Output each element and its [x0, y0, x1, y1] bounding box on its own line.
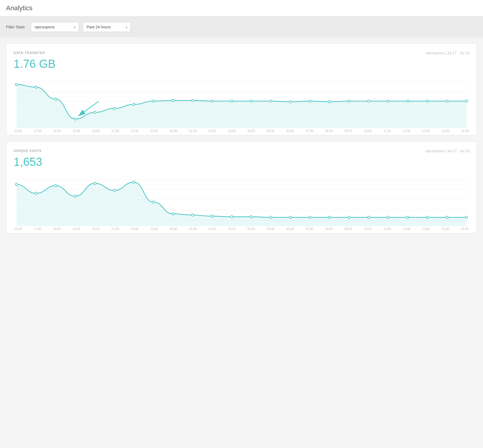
data-dot	[74, 118, 77, 120]
time-label: 23:00	[149, 129, 158, 133]
page-header: Analytics	[0, 0, 483, 17]
time-label: 09:00	[344, 129, 353, 133]
area-fill	[17, 84, 466, 128]
data-dot	[465, 216, 468, 219]
data-dot	[465, 100, 468, 102]
time-axis: 16:0017:0018:0019:0020:0021:0022:0023:00…	[14, 226, 469, 233]
data-dot	[446, 100, 448, 102]
time-label: 03:00	[227, 227, 236, 231]
time-label: 21:00	[111, 129, 120, 133]
data-dot	[348, 216, 350, 219]
chart-title: DATA TRANSFER	[14, 51, 45, 55]
time-label: 02:00	[208, 227, 217, 231]
time-label: 11:00	[383, 227, 392, 231]
data-dot	[426, 216, 428, 219]
time-label: 08:00	[325, 227, 334, 231]
time-label: 17:00	[33, 227, 42, 231]
time-label: 00:00	[169, 227, 178, 231]
data-dot	[133, 181, 135, 183]
data-dot	[94, 182, 96, 185]
data-dot	[348, 100, 350, 102]
time-label: 19:00	[72, 129, 81, 133]
time-label: 06:00	[286, 227, 295, 231]
time-label: 13:00	[422, 227, 431, 231]
time-label: 22:00	[130, 129, 139, 133]
time-label: 06:00	[286, 129, 295, 133]
data-dot	[152, 100, 155, 102]
chart-subtitle: wpcoupons | Jul 17 - Jul 18	[426, 149, 469, 153]
data-dot	[191, 99, 194, 102]
data-dot	[113, 107, 116, 110]
time-label: 01:00	[188, 129, 197, 133]
data-dot	[113, 189, 116, 192]
data-dot	[231, 216, 233, 218]
time-label: 15:00	[460, 227, 469, 231]
time-label: 04:00	[247, 227, 256, 231]
time-label: 09:00	[344, 227, 353, 231]
time-label: 02:00	[208, 129, 217, 133]
chart-subtitle: wpcoupons | Jul 17 - Jul 18	[426, 51, 469, 55]
data-dot	[250, 100, 252, 102]
site-select-wrapper[interactable]: wpcoupons	[31, 22, 79, 32]
time-label: 14:00	[441, 129, 450, 133]
time-label: 07:00	[305, 227, 314, 231]
chart-value: 1.76 GB	[14, 58, 469, 71]
data-dot	[35, 192, 37, 194]
time-label: 19:00	[72, 227, 81, 231]
data-dot	[231, 100, 233, 102]
data-dot	[15, 183, 18, 186]
time-label: 20:00	[91, 227, 100, 231]
time-label: 00:00	[169, 129, 178, 133]
time-label: 08:00	[325, 129, 334, 133]
filter-bar: Filter Stats wpcoupons Past 24 hours Pas…	[0, 17, 483, 37]
line-chart-svg	[14, 173, 469, 226]
data-dot	[55, 98, 57, 100]
site-select[interactable]: wpcoupons	[31, 22, 79, 32]
time-axis: 16:0017:0018:0019:0020:0021:0022:0023:00…	[14, 128, 469, 135]
time-label: 12:00	[402, 227, 411, 231]
data-dot	[328, 101, 331, 103]
data-dot	[289, 216, 292, 219]
chart-card-unique-visits: UNIQUE VISITSwpcoupons | Jul 17 - Jul 18…	[6, 141, 477, 233]
time-label: 16:00	[14, 129, 23, 133]
time-label: 14:00	[441, 227, 450, 231]
time-label: 11:00	[383, 129, 392, 133]
time-label: 15:00	[460, 129, 469, 133]
data-dot	[55, 185, 57, 187]
data-dot	[289, 101, 292, 103]
time-select-wrapper[interactable]: Past 24 hours Past 7 days Past 30 days	[83, 22, 131, 32]
time-label: 07:00	[305, 129, 314, 133]
time-label: 13:00	[422, 129, 431, 133]
time-label: 01:00	[188, 227, 197, 231]
data-dot	[407, 100, 409, 102]
data-dot	[74, 195, 77, 197]
data-dot	[368, 100, 370, 102]
time-label: 10:00	[363, 129, 372, 133]
chart-value: 1,653	[14, 156, 469, 169]
time-select[interactable]: Past 24 hours Past 7 days Past 30 days	[83, 22, 131, 32]
chart-header: DATA TRANSFERwpcoupons | Jul 17 - Jul 18	[14, 51, 469, 55]
time-label: 18:00	[52, 227, 61, 231]
data-dot	[94, 111, 96, 114]
time-label: 20:00	[91, 129, 100, 133]
data-dot	[211, 100, 213, 102]
time-label: 22:00	[130, 227, 139, 231]
data-dot	[250, 216, 252, 218]
data-dot	[407, 216, 409, 219]
main-content: DATA TRANSFERwpcoupons | Jul 17 - Jul 18…	[0, 37, 483, 239]
data-dot	[387, 216, 390, 219]
data-dot	[426, 100, 428, 102]
area-fill	[17, 182, 466, 226]
time-label: 03:00	[227, 129, 236, 133]
filter-label: Filter Stats	[6, 25, 25, 29]
time-label: 23:00	[149, 227, 158, 231]
time-label: 18:00	[52, 129, 61, 133]
data-dot	[15, 84, 18, 86]
data-dot	[270, 100, 272, 102]
chart-card-data-transfer: DATA TRANSFERwpcoupons | Jul 17 - Jul 18…	[6, 43, 477, 135]
line-chart-svg	[14, 75, 469, 128]
data-dot	[446, 216, 448, 219]
time-label: 10:00	[363, 227, 372, 231]
data-dot	[191, 214, 194, 216]
data-dot	[35, 86, 37, 88]
